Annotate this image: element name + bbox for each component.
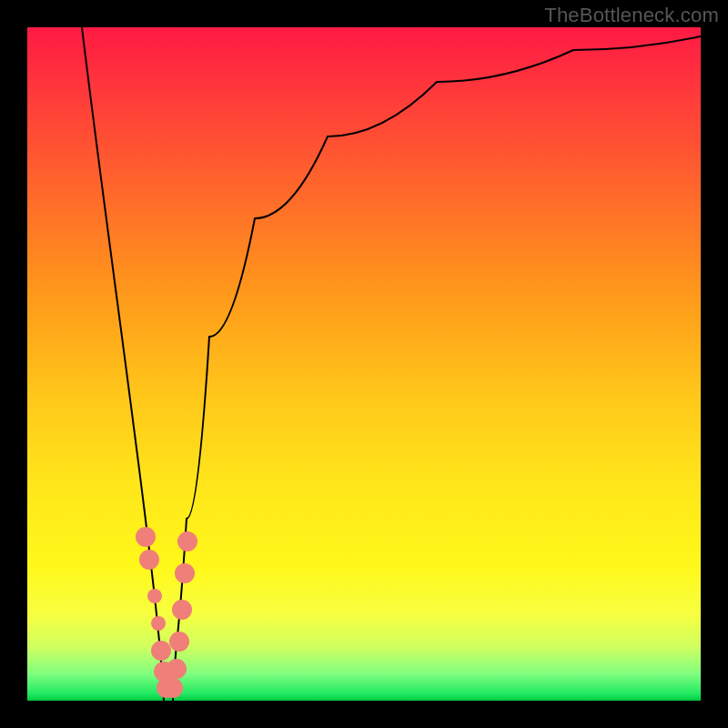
data-marker bbox=[175, 563, 195, 583]
data-marker bbox=[167, 659, 187, 679]
curve-layer bbox=[82, 27, 701, 701]
data-marker bbox=[136, 527, 156, 547]
data-marker bbox=[147, 589, 162, 603]
data-marker bbox=[151, 616, 166, 631]
chart-plot-area bbox=[27, 27, 701, 701]
data-marker bbox=[172, 600, 192, 620]
data-marker bbox=[151, 641, 171, 661]
watermark-text: TheBottleneck.com bbox=[544, 4, 719, 27]
chart-frame: TheBottleneck.com bbox=[0, 0, 728, 728]
data-marker bbox=[163, 678, 183, 698]
data-marker bbox=[177, 531, 197, 551]
data-marker bbox=[169, 632, 189, 652]
chart-svg bbox=[27, 27, 701, 701]
curve-right-branch bbox=[173, 36, 701, 701]
data-marker bbox=[139, 550, 159, 570]
marker-layer bbox=[136, 527, 197, 698]
